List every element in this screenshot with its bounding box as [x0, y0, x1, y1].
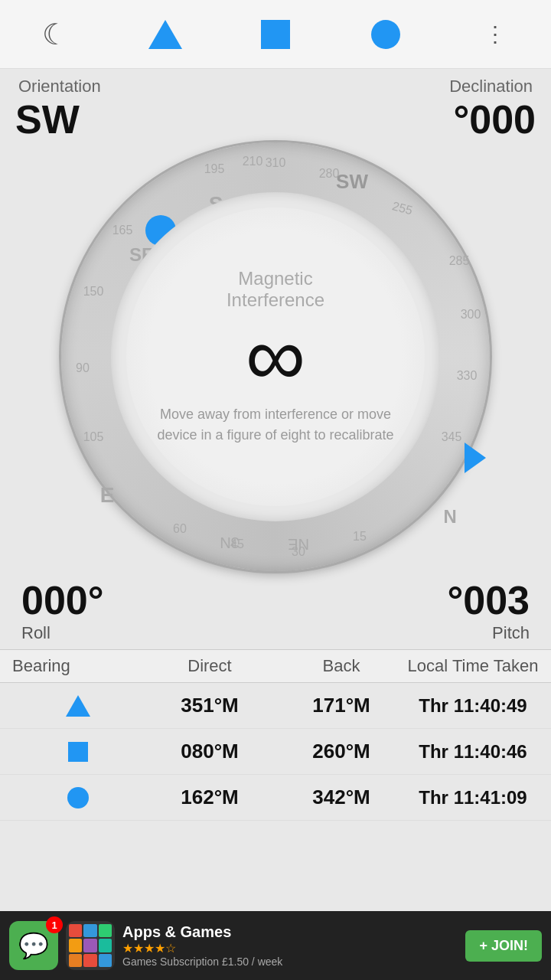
roll-pitch-row: 000° Roll °003 Pitch — [0, 571, 551, 649]
declination-value: °000 — [453, 96, 536, 142]
direct-2: 080°M — [144, 740, 276, 763]
orientation-value: SW — [15, 96, 80, 142]
header-direct: Direct — [144, 656, 276, 676]
ad-sub: Games Subscription £1.50 / week — [122, 956, 458, 968]
square-icon — [261, 20, 290, 49]
roll-value: 000° — [21, 577, 104, 623]
triangle-icon — [148, 20, 182, 49]
svg-text:N: N — [443, 506, 456, 527]
svg-text:NE: NE — [288, 536, 309, 553]
svg-text:195: 195 — [204, 162, 225, 175]
moon-button[interactable]: ☾ — [32, 11, 78, 57]
square-button[interactable] — [253, 11, 298, 57]
back-2: 260°M — [276, 740, 407, 763]
compass-inner-ring: MagneticInterference ∞ Move away from in… — [111, 192, 440, 521]
pitch-section: °003 Pitch — [447, 577, 530, 643]
time-2: Thr 11:40:46 — [407, 741, 539, 763]
compass-section: 310 280 255 285 300 330 345 15 30 45 60 … — [0, 142, 551, 571]
header-bearing: Bearing — [12, 656, 144, 676]
bearing-icon-2 — [12, 742, 144, 762]
svg-text:105: 105 — [83, 430, 104, 443]
orientation-label: Orientation — [18, 77, 101, 96]
svg-text:255: 255 — [391, 199, 414, 217]
svg-text:SW: SW — [336, 170, 368, 193]
ad-title: Apps & Games — [122, 923, 458, 941]
back-1: 171°M — [276, 694, 407, 717]
moon-icon: ☾ — [42, 18, 68, 51]
ad-stars: ★★★★☆ — [122, 941, 458, 956]
back-3: 342°M — [276, 786, 407, 809]
bearing-table: Bearing Direct Back Local Time Taken 351… — [0, 649, 551, 821]
table-row: 080°M 260°M Thr 11:40:46 — [0, 729, 551, 775]
svg-text:310: 310 — [266, 156, 286, 169]
svg-text:330: 330 — [457, 369, 478, 382]
bearing-icon-1 — [12, 695, 144, 717]
table-row: 162°M 342°M Thr 11:41:09 — [0, 775, 551, 821]
interference-title: MagneticInterference — [227, 268, 324, 311]
ad-text: Apps & Games ★★★★☆ Games Subscription £1… — [122, 923, 458, 968]
direct-1: 351°M — [144, 694, 276, 717]
svg-text:E: E — [100, 483, 115, 507]
header-back: Back — [276, 656, 407, 676]
svg-marker-30 — [465, 443, 486, 473]
ad-app-icon-1: 💬 1 — [9, 921, 58, 970]
pitch-value: °003 — [447, 577, 530, 623]
ad-app-icon-2 — [66, 921, 115, 970]
bearing-table-header: Bearing Direct Back Local Time Taken — [0, 649, 551, 683]
compass-face: MagneticInterference ∞ Move away from in… — [126, 207, 425, 506]
roll-label: Roll — [21, 623, 104, 643]
compass-outer-ring: 310 280 255 285 300 330 345 15 30 45 60 … — [61, 142, 490, 571]
ad-banner[interactable]: 💬 1 Apps & Games ★★★★☆ Games Subscriptio… — [0, 911, 551, 980]
header-time: Local Time Taken — [407, 656, 539, 676]
ad-join-button[interactable]: + JOIN! — [465, 930, 542, 962]
direct-3: 162°M — [144, 786, 276, 809]
infinity-icon: ∞ — [246, 314, 305, 398]
svg-text:300: 300 — [461, 308, 481, 321]
circle-icon — [371, 20, 400, 49]
bearing-icon-3 — [12, 787, 144, 808]
more-menu-button[interactable]: ⋮ — [473, 11, 519, 57]
circle-button[interactable] — [363, 11, 409, 57]
svg-text:285: 285 — [449, 254, 470, 267]
svg-text:345: 345 — [442, 430, 462, 443]
svg-text:60: 60 — [173, 522, 187, 535]
triangle-button[interactable] — [142, 11, 188, 57]
svg-text:90: 90 — [76, 361, 90, 374]
svg-text:210: 210 — [243, 155, 263, 168]
svg-text:165: 165 — [112, 224, 133, 237]
pitch-label: Pitch — [492, 623, 530, 643]
interference-sub: Move away from interference or move devi… — [126, 404, 425, 446]
svg-text:150: 150 — [83, 285, 104, 298]
svg-text:3N: 3N — [220, 534, 240, 551]
time-1: Thr 11:40:49 — [407, 695, 539, 717]
more-icon: ⋮ — [484, 21, 507, 47]
triangle-icon — [66, 695, 90, 717]
circle-icon — [67, 787, 89, 808]
table-row: 351°M 171°M Thr 11:40:49 — [0, 683, 551, 729]
roll-section: 000° Roll — [21, 577, 104, 643]
time-3: Thr 11:41:09 — [407, 787, 539, 808]
toolbar: ☾ ⋮ — [0, 0, 551, 69]
svg-text:15: 15 — [353, 530, 367, 543]
square-icon — [68, 742, 88, 762]
declination-label: Declination — [449, 77, 533, 96]
ad-badge: 1 — [46, 916, 63, 933]
